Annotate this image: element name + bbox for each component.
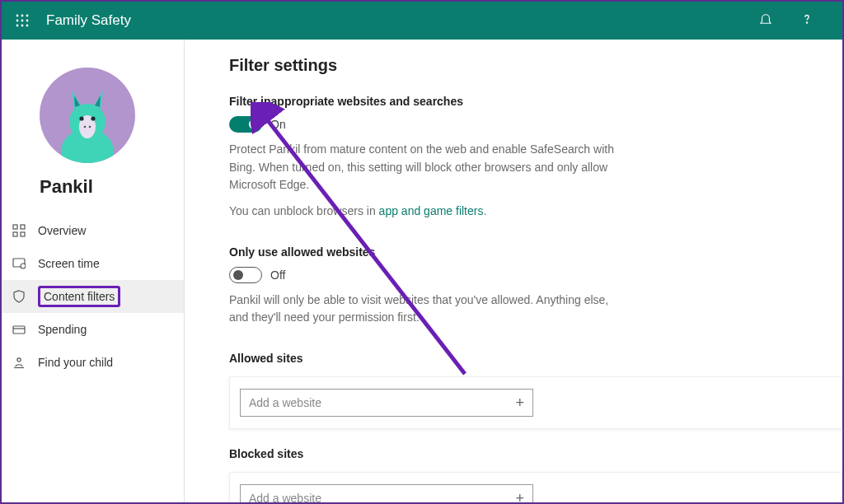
app-launcher-icon[interactable] bbox=[10, 8, 35, 33]
svg-point-7 bbox=[21, 25, 24, 27]
svg-rect-20 bbox=[21, 232, 25, 236]
sidebar-item-label: Screen time bbox=[38, 257, 100, 270]
profile-username: Pankil bbox=[40, 176, 184, 198]
add-blocked-site-icon[interactable]: + bbox=[515, 490, 524, 502]
blocked-sites-card: + bbox=[229, 472, 842, 502]
sidebar-item-label: Find your child bbox=[38, 356, 113, 369]
allowed-sites-heading: Allowed sites bbox=[229, 352, 842, 365]
svg-point-9 bbox=[806, 22, 807, 23]
unblock-note: You can unblock browsers in app and game… bbox=[229, 203, 625, 221]
allowed-site-input-wrap: + bbox=[240, 389, 533, 417]
sidebar-item-contentfilters[interactable]: Content filters bbox=[2, 280, 184, 313]
svg-point-1 bbox=[21, 15, 24, 17]
svg-rect-18 bbox=[21, 225, 25, 229]
sidebar-item-label: Content filters bbox=[38, 286, 120, 307]
shield-icon bbox=[12, 290, 26, 303]
sidebar-item-findchild[interactable]: Find your child bbox=[2, 346, 184, 379]
svg-point-2 bbox=[26, 15, 29, 17]
screen-icon bbox=[12, 257, 26, 270]
svg-point-22 bbox=[21, 264, 26, 268]
svg-rect-17 bbox=[13, 225, 17, 229]
unblock-suffix: . bbox=[483, 204, 486, 217]
only-allowed-toggle[interactable] bbox=[229, 267, 262, 283]
svg-point-5 bbox=[26, 20, 29, 22]
allowed-site-input[interactable] bbox=[241, 390, 532, 416]
svg-rect-19 bbox=[13, 232, 17, 236]
app-game-filters-link[interactable]: app and game filters bbox=[379, 204, 484, 217]
blocked-sites-heading: Blocked sites bbox=[229, 447, 842, 460]
toggle-state-label: On bbox=[270, 118, 286, 131]
section-heading: Only use allowed websites bbox=[229, 245, 839, 259]
allowed-sites-card: + bbox=[229, 376, 842, 429]
app-header: Family Safety bbox=[2, 2, 842, 40]
sidebar-item-overview[interactable]: Overview bbox=[2, 214, 184, 247]
main-content: Filter settings Filter inappropriate web… bbox=[185, 40, 842, 502]
sidebar-item-label: Overview bbox=[38, 224, 86, 237]
svg-point-8 bbox=[26, 25, 29, 27]
notifications-icon[interactable] bbox=[758, 12, 773, 30]
sidebar-nav: Overview Screen time Content filters Spe… bbox=[2, 214, 184, 379]
person-pin-icon bbox=[12, 356, 26, 369]
sidebar: Pankil Overview Screen time Content filt… bbox=[2, 40, 185, 502]
svg-point-14 bbox=[91, 116, 95, 120]
svg-point-3 bbox=[16, 20, 19, 22]
page-title: Filter settings bbox=[229, 56, 842, 75]
section-description: Pankil will only be able to visit websit… bbox=[229, 292, 625, 327]
toggle-state-label: Off bbox=[270, 268, 285, 282]
profile-block: Pankil bbox=[2, 68, 184, 198]
svg-point-4 bbox=[21, 20, 24, 22]
section-description: Protect Pankil from mature content on th… bbox=[229, 141, 625, 194]
dashboard-icon bbox=[12, 224, 26, 237]
svg-point-25 bbox=[17, 358, 21, 362]
sidebar-item-spending[interactable]: Spending bbox=[2, 313, 184, 346]
svg-point-0 bbox=[16, 15, 19, 17]
filter-inappropriate-section: Filter inappropriate websites and search… bbox=[229, 95, 839, 221]
unblock-prefix: You can unblock browsers in bbox=[229, 204, 379, 217]
svg-point-15 bbox=[84, 126, 87, 128]
svg-point-6 bbox=[16, 25, 19, 27]
section-heading: Filter inappropriate websites and search… bbox=[229, 95, 839, 108]
svg-point-16 bbox=[89, 126, 91, 128]
sidebar-item-screentime[interactable]: Screen time bbox=[2, 247, 184, 280]
filter-inappropriate-toggle[interactable] bbox=[229, 116, 262, 133]
app-title: Family Safety bbox=[46, 12, 131, 29]
blocked-site-input-wrap: + bbox=[240, 484, 533, 502]
svg-point-13 bbox=[79, 116, 83, 120]
card-icon bbox=[12, 323, 26, 336]
sidebar-item-label: Spending bbox=[38, 323, 87, 336]
avatar bbox=[40, 68, 135, 163]
add-allowed-site-icon[interactable]: + bbox=[515, 394, 524, 412]
svg-rect-23 bbox=[13, 326, 25, 334]
help-icon[interactable] bbox=[799, 12, 814, 30]
blocked-site-input[interactable] bbox=[241, 485, 532, 502]
only-allowed-section: Only use allowed websites Off Pankil wil… bbox=[229, 245, 839, 327]
